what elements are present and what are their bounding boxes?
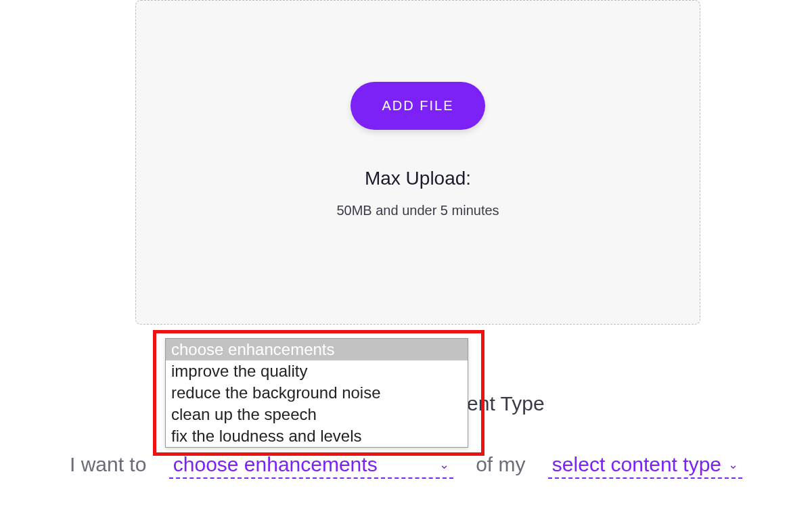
enhancement-select-value: choose enhancements: [173, 453, 378, 476]
enhancement-option[interactable]: reduce the background noise: [166, 382, 468, 404]
enhancement-option[interactable]: clean up the speech: [166, 404, 468, 425]
enhancement-select[interactable]: choose enhancements ⌄: [169, 453, 453, 479]
add-file-button[interactable]: ADD FILE: [351, 82, 484, 130]
upload-dropzone[interactable]: ADD FILE Max Upload: 50MB and under 5 mi…: [135, 0, 700, 325]
enhancement-select-popup[interactable]: choose enhancements improve the quality …: [165, 338, 468, 448]
content-type-select-value: select content type: [552, 453, 721, 476]
enhancement-option[interactable]: choose enhancements: [166, 339, 468, 360]
enhancement-option[interactable]: improve the quality: [166, 360, 468, 382]
max-upload-sub: 50MB and under 5 minutes: [336, 203, 499, 218]
chevron-down-icon: ⌄: [439, 457, 449, 472]
sentence-middle: of my: [476, 453, 525, 475]
sentence-prefix: I want to: [70, 453, 146, 475]
content-type-select[interactable]: select content type ⌄: [548, 453, 742, 479]
chevron-down-icon: ⌄: [728, 457, 738, 472]
enhancement-option[interactable]: fix the loudness and levels: [166, 425, 468, 447]
enhancement-sentence: I want to choose enhancements ⌄ of my se…: [0, 453, 812, 479]
max-upload-heading: Max Upload:: [365, 168, 471, 189]
